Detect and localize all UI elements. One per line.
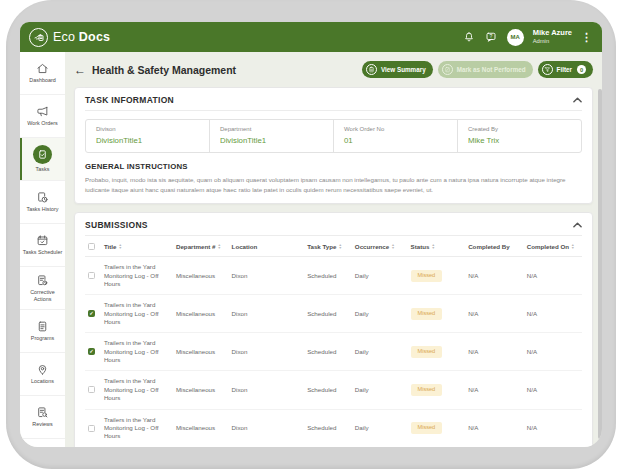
row-task-type: Scheduled — [304, 333, 352, 371]
row-checkbox[interactable] — [88, 272, 95, 279]
page-header: ← Health & Safety Management View Summar… — [74, 52, 593, 87]
home-icon — [36, 62, 49, 75]
status-badge: Missed — [411, 422, 443, 434]
status-badge: Missed — [411, 346, 443, 358]
back-button[interactable]: ← — [74, 64, 86, 76]
column-header-department: Department # — [176, 243, 216, 250]
submission-row[interactable]: Trailers in the Yard Monitoring Log - Of… — [85, 257, 582, 295]
row-department: Miscellaneous — [173, 409, 229, 447]
field-divison: DivisonDivisionTitle1 — [86, 120, 210, 152]
row-location: Dixon — [229, 295, 305, 333]
collapse-chevron-up-icon[interactable] — [573, 97, 582, 103]
sidebar-item-locations[interactable]: Locations — [20, 353, 65, 396]
sidebar-item-reviews[interactable]: Reviews — [20, 396, 65, 439]
row-checkbox[interactable]: ✓ — [88, 310, 95, 317]
row-checkbox[interactable] — [88, 386, 95, 393]
ecodocs-logo-icon — [29, 28, 48, 47]
sort-icon[interactable]: ▲▼ — [391, 244, 395, 250]
kebab-menu-icon[interactable]: ⋮ — [581, 32, 592, 43]
sidebar-item-label: Corrective Actions — [20, 289, 65, 303]
row-completed-by: N/A — [465, 409, 524, 447]
field-work-order-no: Work Order No01 — [334, 120, 458, 152]
submissions-card: SUBMISSIONS Title▲▼Department #▲▼Locatio… — [74, 212, 593, 447]
row-completed-on: N/A — [524, 371, 582, 409]
row-checkbox[interactable]: ✓ — [88, 348, 95, 355]
row-task-type: Scheduled — [304, 409, 352, 447]
mark-not-performed-button[interactable]: Mark as Not Performed — [438, 61, 533, 78]
sort-icon[interactable]: ▲▼ — [119, 244, 123, 250]
app-logo: Eco Docs — [29, 28, 110, 47]
field-department: DepartmentDivisionTitle1 — [210, 120, 334, 152]
sort-icon[interactable]: ▲▼ — [431, 244, 435, 250]
field-label: Divison — [96, 126, 199, 132]
sort-icon[interactable]: ▲▼ — [338, 244, 342, 250]
user-avatar[interactable]: MA — [507, 29, 524, 46]
field-label: Work Order No — [344, 126, 447, 132]
row-department: Miscellaneous — [173, 257, 229, 295]
svg-text:?: ? — [490, 33, 493, 39]
column-header-occurrence: Occurrence — [355, 243, 389, 250]
sidebar-item-label: Dashboard — [27, 77, 57, 84]
row-completed-by: N/A — [465, 371, 524, 409]
sort-icon[interactable]: ▲▼ — [218, 244, 222, 250]
sidebar: DashboardWork OrdersTasksTasks HistoryTa… — [20, 52, 65, 447]
submission-row[interactable]: Trailers in the Yard Monitoring Log - Of… — [85, 371, 582, 409]
sidebar-item-programs[interactable]: Programs — [20, 310, 65, 353]
content-scrollbar[interactable] — [598, 89, 602, 439]
row-location: Dixon — [229, 371, 305, 409]
sidebar-item-tasks-history[interactable]: Tasks History — [20, 181, 65, 224]
row-completed-on: N/A — [524, 409, 582, 447]
sidebar-item-tasks[interactable]: Tasks — [20, 138, 65, 181]
column-header-task-type: Task Type — [307, 243, 336, 250]
filter-button[interactable]: Filter 0 — [538, 61, 593, 78]
sidebar-item-label: Tasks Scheduler — [21, 249, 65, 256]
sidebar-item-label: Tasks History — [24, 206, 60, 213]
sidebar-item-corrective-actions[interactable]: Corrective Actions — [20, 267, 65, 310]
not-performed-icon — [442, 64, 453, 75]
sidebar-item-label: Programs — [29, 335, 56, 342]
submission-row[interactable]: ✓Trailers in the Yard Monitoring Log - O… — [85, 333, 582, 371]
select-all-checkbox[interactable] — [88, 243, 95, 250]
row-completed-by: N/A — [465, 257, 524, 295]
column-header-location: Location — [232, 243, 258, 250]
submission-row[interactable]: ✓Trailers in the Yard Monitoring Log - O… — [85, 295, 582, 333]
user-role: Admin — [533, 38, 572, 45]
filter-funnel-icon — [542, 64, 553, 75]
app-window: Eco Docs ? MA Mike Azure Admin — [20, 22, 602, 447]
view-summary-button[interactable]: View Summary — [362, 61, 433, 78]
field-value: DivisionTitle1 — [220, 136, 323, 145]
row-status: Missed — [408, 371, 466, 409]
location-pin-icon — [36, 363, 49, 376]
filter-count-badge: 0 — [577, 65, 586, 74]
row-status: Missed — [408, 409, 466, 447]
status-badge: Missed — [411, 270, 443, 282]
row-checkbox[interactable] — [88, 425, 95, 432]
field-created-by: Created ByMike Trix — [458, 120, 581, 152]
row-title: Trailers in the Yard Monitoring Log - Of… — [101, 371, 173, 409]
submission-row[interactable]: Trailers in the Yard Monitoring Log - Of… — [85, 409, 582, 447]
bell-icon[interactable] — [463, 31, 476, 44]
status-badge: Missed — [411, 308, 443, 320]
sidebar-item-dashboard[interactable]: Dashboard — [20, 52, 65, 95]
sidebar-item-label: Reviews — [30, 421, 54, 428]
sidebar-item-tasks-scheduler[interactable]: Tasks Scheduler — [20, 224, 65, 267]
row-department: Miscellaneous — [173, 371, 229, 409]
task-fields: DivisonDivisionTitle1DepartmentDivisionT… — [85, 119, 582, 153]
help-icon[interactable]: ? — [485, 31, 498, 44]
row-department: Miscellaneous — [173, 333, 229, 371]
field-value: DivisionTitle1 — [96, 136, 199, 145]
tasks-history-icon — [36, 191, 49, 204]
sidebar-item-label: Locations — [29, 378, 56, 385]
row-completed-by: N/A — [465, 295, 524, 333]
megaphone-icon — [36, 105, 49, 118]
row-completed-on: N/A — [524, 257, 582, 295]
sidebar-item-work-orders[interactable]: Work Orders — [20, 95, 65, 138]
row-title: Trailers in the Yard Monitoring Log - Of… — [101, 333, 173, 371]
page-title: Health & Safety Management — [92, 64, 356, 76]
row-location: Dixon — [229, 257, 305, 295]
sort-icon[interactable]: ▲▼ — [571, 244, 575, 250]
task-information-title: TASK INFORMATION — [85, 95, 174, 105]
collapse-chevron-up-icon[interactable] — [573, 222, 582, 228]
main-content: ← Health & Safety Management View Summar… — [65, 52, 602, 447]
calendar-check-icon — [36, 234, 49, 247]
